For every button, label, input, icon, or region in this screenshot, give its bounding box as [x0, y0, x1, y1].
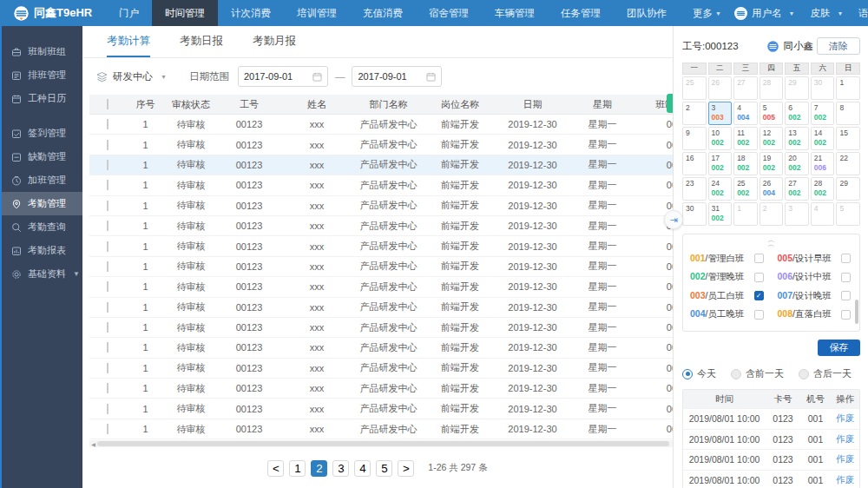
table-row[interactable]: 1待审核00123xxx产品研发中心前端开发2019-12-30星期一001 — [89, 277, 673, 297]
sidebar-item-9[interactable]: 基础资料▼ — [0, 262, 82, 286]
calendar-day[interactable]: 3003 — [708, 102, 733, 125]
table-row[interactable]: 1待审核00123xxx产品研发中心前端开发2019-12-30星期一001 — [89, 338, 673, 358]
calendar-day[interactable]: 5 — [836, 202, 860, 226]
table-row[interactable]: 1待审核00123xxx产品研发中心前端开发2019-12-30星期一001 — [89, 359, 673, 379]
nav-item-2[interactable]: 计次消费 — [218, 0, 284, 26]
void-action-link[interactable]: 作废 — [831, 433, 859, 445]
table-row[interactable]: 1待审核00123xxx产品研发中心前端开发2019-12-30星期一001 — [89, 135, 673, 155]
nav-item-0[interactable]: 门户 — [106, 0, 152, 26]
search-button-clipped[interactable] — [667, 94, 673, 113]
row-checkbox[interactable] — [107, 201, 108, 211]
calendar-day[interactable]: 12002 — [760, 127, 784, 150]
user-menu[interactable]: 用户名▼ — [734, 7, 794, 20]
calendar-day[interactable]: 29 — [836, 177, 860, 201]
shift-checkbox[interactable] — [841, 291, 851, 300]
sidebar-item-5[interactable]: 加班管理 — [0, 168, 82, 192]
table-row[interactable]: 1待审核00123xxx产品研发中心前端开发2019-12-30星期一001 — [89, 419, 673, 439]
calendar-day[interactable]: 22 — [836, 152, 860, 175]
sidebar-item-4[interactable]: 缺勤管理 — [0, 145, 82, 168]
calendar-day[interactable]: 16 — [682, 152, 707, 175]
collapse-chevron-icon[interactable]: ︿︿ — [690, 236, 852, 249]
row-checkbox[interactable] — [107, 180, 108, 190]
calendar-day[interactable]: 4004 — [733, 102, 758, 125]
page-button-1[interactable]: 1 — [289, 460, 306, 477]
calendar-day[interactable]: 28002 — [811, 177, 835, 201]
shift-checkbox[interactable] — [754, 310, 764, 320]
table-row[interactable]: 1待审核00123xxx产品研发中心前端开发2019-12-30星期一001 — [89, 257, 673, 277]
calendar-day[interactable]: 14002 — [811, 127, 835, 150]
shift-checkbox[interactable] — [754, 273, 764, 282]
nav-item-7[interactable]: 任务管理 — [548, 0, 614, 26]
calendar-day[interactable]: 4 — [811, 202, 835, 226]
sidebar-item-1[interactable]: 排班管理 — [0, 63, 82, 87]
row-checkbox[interactable] — [107, 363, 108, 373]
row-checkbox[interactable] — [107, 281, 108, 292]
row-checkbox[interactable] — [107, 160, 108, 170]
clear-button[interactable]: 清除 — [817, 37, 860, 55]
calendar-day[interactable]: 24002 — [708, 177, 733, 201]
row-checkbox[interactable] — [107, 342, 108, 353]
calendar-day[interactable]: 30 — [682, 202, 707, 226]
language-menu[interactable]: 语言▼ — [858, 7, 868, 20]
table-row[interactable]: 1待审核00123xxx产品研发中心前端开发2019-12-30星期一001 — [89, 399, 673, 419]
shift-list-scrollbar[interactable] — [855, 300, 858, 324]
table-row[interactable]: 1待审核00123xxx产品研发中心前端开发2019-12-30星期一001 — [89, 216, 673, 236]
calendar-day[interactable]: 26004 — [760, 177, 784, 201]
row-checkbox[interactable] — [107, 140, 108, 150]
row-checkbox[interactable] — [107, 241, 108, 252]
calendar-day[interactable]: 25 — [682, 76, 707, 100]
department-select[interactable]: 研发中心 ▼ — [96, 70, 167, 83]
shift-checkbox[interactable] — [841, 254, 851, 263]
skin-menu[interactable]: 皮肤▼ — [810, 7, 843, 20]
calendar-day[interactable]: 2 — [682, 102, 707, 125]
calendar-day[interactable]: 30 — [811, 76, 835, 100]
calendar-day[interactable]: 21006 — [811, 152, 835, 175]
shift-checkbox[interactable] — [754, 254, 764, 263]
scroll-left-arrow-icon[interactable]: ◀ — [89, 441, 97, 447]
calendar-day[interactable]: 18002 — [733, 152, 758, 175]
sidebar-item-7[interactable]: 考勤查询 — [0, 215, 82, 239]
save-button[interactable]: 保存 — [818, 340, 860, 356]
horizontal-scrollbar[interactable]: ◀ — [89, 440, 673, 447]
calendar-day[interactable]: 9 — [682, 127, 707, 150]
sidebar-item-8[interactable]: 考勤报表 — [0, 239, 82, 262]
nav-item-3[interactable]: 培训管理 — [284, 0, 350, 26]
calendar-day[interactable]: 23 — [682, 177, 707, 201]
shift-checkbox[interactable]: ✓ — [754, 291, 764, 300]
panel-collapse-button[interactable]: ⇥ — [664, 210, 683, 229]
shift-checkbox[interactable] — [841, 310, 851, 320]
void-action-link[interactable]: 作废 — [831, 453, 859, 465]
date-to-input[interactable]: 2017-09-01 — [352, 66, 442, 87]
calendar-day[interactable]: 5005 — [760, 102, 784, 125]
sidebar-item-3[interactable]: 签到管理 — [0, 122, 82, 145]
tab-1[interactable]: 考勤日报 — [180, 26, 223, 57]
table-row[interactable]: 1待审核00123xxx产品研发中心前端开发2019-12-30星期一001 — [89, 155, 673, 175]
radio-option-2[interactable]: 含后一天 — [799, 367, 852, 380]
nav-item-9[interactable]: 更多▼ — [680, 0, 734, 26]
calendar-day[interactable]: 13002 — [785, 127, 809, 150]
table-row[interactable]: 1待审核00123xxx产品研发中心前端开发2019-12-30星期一001 — [89, 318, 673, 338]
prev-page-button[interactable]: < — [267, 460, 284, 477]
sidebar-item-2[interactable]: 工种日历 — [0, 87, 82, 110]
table-row[interactable]: 1待审核00123xxx产品研发中心前端开发2019-12-30星期一001 — [89, 196, 673, 216]
select-all-checkbox[interactable] — [107, 99, 108, 109]
calendar-day[interactable]: 28 — [760, 76, 784, 100]
table-row[interactable]: 1待审核00123xxx产品研发中心前端开发2019-12-30星期一001 — [89, 175, 673, 195]
sidebar-item-0[interactable]: 班制班组 — [0, 40, 82, 63]
calendar-day[interactable]: 11002 — [733, 127, 758, 150]
calendar-day[interactable]: 10002 — [708, 127, 733, 150]
table-row[interactable]: 1待审核00123xxx产品研发中心前端开发2019-12-30星期一001 — [89, 379, 673, 399]
calendar-day[interactable]: 8 — [836, 102, 860, 125]
table-row[interactable]: 1待审核00123xxx产品研发中心前端开发2019-12-30星期一001 — [89, 115, 673, 135]
void-action-link[interactable]: 作废 — [831, 412, 859, 425]
calendar-day[interactable]: 3 — [785, 202, 809, 226]
scrollbar-thumb[interactable] — [97, 441, 669, 446]
next-page-button[interactable]: > — [398, 460, 414, 477]
date-from-input[interactable]: 2017-09-01 — [238, 66, 328, 87]
row-checkbox[interactable] — [107, 383, 108, 393]
row-checkbox[interactable] — [107, 119, 108, 129]
calendar-day[interactable]: 27 — [733, 76, 758, 100]
row-checkbox[interactable] — [107, 261, 108, 272]
calendar-day[interactable]: 31002 — [708, 202, 733, 226]
nav-item-5[interactable]: 宿舍管理 — [416, 0, 482, 26]
